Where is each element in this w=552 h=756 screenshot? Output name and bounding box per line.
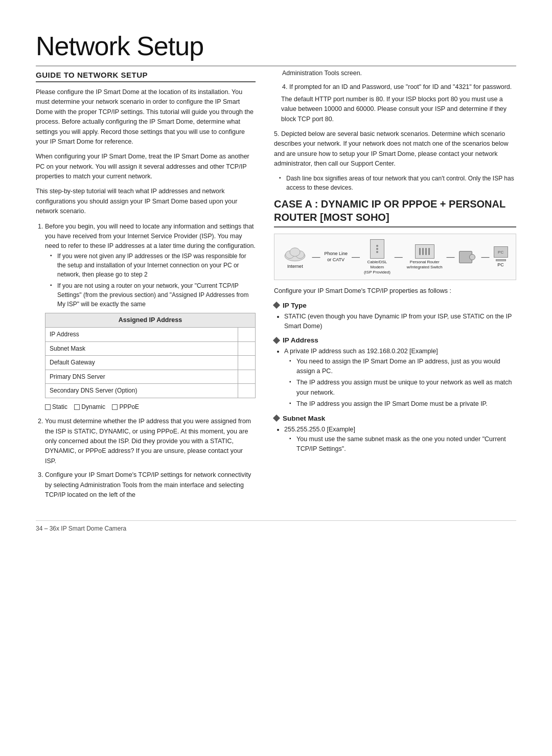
dynamic-checkbox[interactable]	[74, 404, 80, 410]
ip-address-sub-bullet-3: The IP address you assign the IP Smart D…	[289, 399, 516, 409]
diamond-icon-2	[273, 337, 280, 344]
left-column: Guide to Network Setup Please configure …	[36, 68, 256, 505]
config-intro-text: Configure your IP Smart Dome's TCP/IP pr…	[274, 286, 516, 296]
dynamic-checkbox-label: Dynamic	[74, 402, 105, 412]
intro-paragraph-2: When configuring your IP Smart Dome, tre…	[36, 152, 256, 181]
pc-icon: PC	[494, 246, 508, 258]
ip-type-bullets: STATIC (even though you have Dynamic IP …	[284, 312, 516, 332]
diagram-router: Personal Routerw/Integrated Switch	[407, 244, 443, 269]
table-cell-dns-primary-value	[238, 370, 255, 384]
right-column: Administration Tools screen. 4. If promp…	[274, 68, 516, 505]
subnet-mask-sub-bullets: You must use the same subnet mask as the…	[289, 434, 516, 454]
ip-address-sub-bullet-2: The IP address you assign must be unique…	[289, 378, 516, 398]
step-1-bullet-1: If you were not given any IP addresses o…	[50, 251, 256, 279]
table-cell-dns-secondary-value	[238, 384, 255, 398]
svg-point-3	[290, 248, 300, 257]
subsection-ip-type: IP Type	[274, 302, 516, 309]
guide-heading: Guide to Network Setup	[36, 71, 256, 82]
network-diagram: Internet — Phone Lineor CATV — Cable/DSL…	[274, 234, 516, 280]
assigned-ip-table: Assigned IP Address IP Address Subnet Ma…	[45, 313, 256, 398]
modem-icon	[370, 239, 384, 259]
step-3: Configure your IP Smart Dome's TCP/IP se…	[45, 470, 256, 500]
table-row: Primary DNS Server	[45, 370, 256, 384]
intro-paragraph-3: This step-by-step tutorial will teach wh…	[36, 187, 256, 216]
table-cell-dns-secondary: Secondary DNS Server (Option)	[45, 384, 238, 398]
ip-address-bullets: A private IP address such as 192.168.0.2…	[284, 347, 516, 409]
step-3-continued: Administration Tools screen.	[282, 68, 516, 78]
ip-type-bullet-1: STATIC (even though you have Dynamic IP …	[284, 312, 516, 332]
ip-address-sub-bullet-1: You need to assign the IP Smart Dome an …	[289, 357, 516, 377]
case-a-heading: Case A : Dynamic IP or PPPoE + Personal …	[274, 197, 516, 227]
subsection-ip-address: IP Address	[274, 336, 516, 344]
diagram-pc: PC PC	[494, 246, 508, 267]
subsection-subnet-mask: Subnet Mask	[274, 415, 516, 422]
dash-note: Dash line box signifies areas of tour ne…	[279, 174, 516, 192]
ip-address-bullet-1: A private IP address such as 192.168.0.2…	[284, 347, 516, 409]
router-icon	[415, 244, 434, 259]
arrow-5: —	[481, 253, 490, 262]
diagram-camera	[459, 249, 477, 265]
table-row: Secondary DNS Server (Option)	[45, 384, 256, 398]
table-cell-gateway-value	[238, 356, 255, 370]
diagram-internet: Internet	[282, 245, 308, 269]
ip-type-checkboxes: Static Dynamic PPPoE	[45, 402, 256, 413]
static-checkbox-label: Static	[45, 402, 67, 412]
dash-note-list: Dash line box signifies areas of tour ne…	[279, 174, 516, 192]
footer: 34 – 36x IP Smart Dome Camera	[36, 520, 516, 532]
page-title: Network Setup	[36, 31, 516, 66]
step-2: You must determine whether the IP addres…	[45, 417, 256, 466]
table-cell-ip-value	[238, 328, 255, 342]
subnet-mask-sub-bullet-1: You must use the same subnet mask as the…	[289, 434, 516, 454]
table-header: Assigned IP Address	[45, 313, 256, 327]
pppoe-checkbox[interactable]	[112, 404, 118, 410]
pppoe-checkbox-label: PPPoE	[112, 402, 139, 412]
arrow-3: —	[395, 253, 403, 262]
table-row: IP Address	[45, 328, 256, 342]
table-cell-dns-primary: Primary DNS Server	[45, 370, 238, 384]
table-cell-gateway: Default Gateway	[45, 356, 238, 370]
step4-note: The default HTTP port number is 80. If y…	[281, 95, 516, 124]
diamond-icon-1	[273, 302, 280, 309]
step-1: Before you begin, you will need to locat…	[45, 222, 256, 413]
camera-icon	[459, 249, 477, 265]
step-1-bullet-2: If you are not using a router on your ne…	[50, 281, 256, 309]
arrow-4: —	[447, 253, 455, 262]
step-4: 4. If prompted for an ID and Password, u…	[282, 82, 516, 92]
diamond-icon-3	[273, 415, 280, 422]
static-checkbox[interactable]	[45, 404, 51, 410]
subnet-mask-bullet-1: 255.255.255.0 [Example] You must use the…	[284, 425, 516, 454]
subnet-mask-bullets: 255.255.255.0 [Example] You must use the…	[284, 425, 516, 454]
arrow-1: —	[312, 253, 320, 262]
steps-list: Before you begin, you will need to locat…	[45, 222, 256, 500]
table-row: Subnet Mask	[45, 341, 256, 356]
diagram-phone-line: Phone Lineor CATV	[324, 251, 348, 263]
table-cell-subnet: Subnet Mask	[45, 341, 238, 356]
right-steps-list: Administration Tools screen. 4. If promp…	[282, 68, 516, 93]
diagram-modem: Cable/DSLModem(ISP Provided)	[364, 239, 390, 274]
intro-paragraph-1: Please configure the IP Smart Dome at th…	[36, 87, 256, 147]
table-cell-ip-address: IP Address	[45, 328, 238, 342]
step-1-bullets: If you were not given any IP addresses o…	[50, 251, 256, 309]
table-row: Default Gateway	[45, 356, 256, 370]
table-cell-subnet-value	[238, 341, 255, 356]
cloud-icon	[282, 245, 308, 263]
ip-address-sub-bullets: You need to assign the IP Smart Dome an …	[289, 357, 516, 409]
arrow-2: —	[352, 253, 360, 262]
